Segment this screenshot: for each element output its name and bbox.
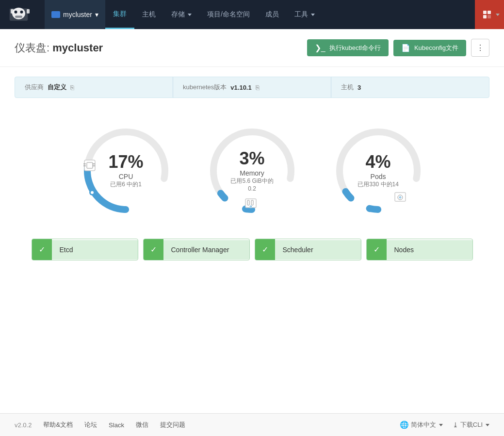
scheduler-status-label: Scheduler [275,240,361,259]
memory-gauge-icon [245,199,256,208]
cluster-info-hosts: 主机 3 [331,77,489,97]
nav-right-actions [475,0,504,29]
kubeconfig-button[interactable]: 📄 Kubeconfig文件 [393,40,466,56]
etcd-status-label: Etcd [52,240,138,259]
footer-link-slack[interactable]: Slack [109,421,124,429]
memory-metric: 3% Memory 已用5.6 GiB中的0.2 [204,122,301,219]
status-badge-controller-manager: ✓ Controller Manager [143,239,250,260]
copy-provider-button[interactable]: ⎘ [70,84,74,91]
svg-point-2 [15,11,17,14]
cluster-info-bar: 供应商 自定义 ⎘ kubernetes版本 v1.10.1 ⎘ 主机 3 [15,77,489,98]
controller-manager-status-label: Controller Manager [163,240,249,259]
copy-k8s-version-button[interactable]: ⎘ [256,84,260,91]
download-icon: ⤓ [453,421,458,429]
globe-icon: 🌐 [400,420,409,429]
page-title: 仪表盘: mycluster [15,41,307,55]
footer-link-submit-issue[interactable]: 提交问题 [160,420,185,429]
controller-manager-check-icon: ✓ [144,239,163,260]
svg-rect-8 [483,11,487,14]
nav-item-members[interactable]: 成员 [258,0,287,29]
navbar: mycluster ▾ 集群 主机 存储 项目/命名空间 成员 工具 [0,0,504,29]
pods-gauge: 4% Pods 已用330 中的14 [330,122,427,219]
svg-rect-7 [480,8,494,21]
page-header: 仪表盘: mycluster ❯_ 执行kubectl命令行 📄 Kubecon… [0,29,504,67]
more-icon: ⋮ [476,44,484,52]
svg-point-3 [20,11,23,14]
memory-gauge: 3% Memory 已用5.6 GiB中的0.2 [204,122,301,219]
cluster-selector-button[interactable]: mycluster ▾ [45,0,105,29]
svg-rect-11 [488,15,491,18]
cli-label: 下载CLI [460,420,483,429]
metrics-section: 17% CPU 已用6 中的1 [0,108,504,229]
tools-dropdown-arrow [311,14,315,16]
svg-rect-4 [15,16,22,18]
svg-point-21 [91,191,94,194]
cluster-info-provider: 供应商 自定义 ⎘ [15,77,173,97]
cli-dropdown-arrow [486,424,489,426]
nav-item-tools[interactable]: 工具 [287,0,323,29]
language-dropdown-arrow [439,424,443,426]
rancher-logo [8,5,37,24]
nav-menu: 集群 主机 存储 项目/命名空间 成员 工具 [105,0,475,29]
user-avatar-button[interactable] [475,0,504,29]
main-content: 仪表盘: mycluster ❯_ 执行kubectl命令行 📄 Kubecon… [0,29,504,413]
cluster-icon [51,11,60,18]
cpu-metric: 17% CPU 已用6 中的1 [78,122,175,219]
svg-rect-10 [483,15,487,18]
cpu-gauge-center: 17% CPU 已用6 中的1 [108,153,143,189]
svg-rect-15 [87,162,93,168]
svg-rect-5 [11,9,14,14]
nav-item-hosts[interactable]: 主机 [134,0,163,29]
status-section: ✓ Etcd ✓ Controller Manager ✓ Scheduler … [0,229,504,270]
nav-item-projects[interactable]: 项目/命名空间 [199,0,258,29]
footer-version: v2.0.2 [15,421,32,429]
svg-rect-25 [247,200,249,205]
svg-rect-9 [488,11,491,14]
pods-metric: 4% Pods 已用330 中的14 [330,122,427,219]
nav-item-storage[interactable]: 存储 [163,0,199,29]
cluster-info-k8s-version: kubernetes版本 v1.10.1 ⎘ [173,77,331,97]
etcd-check-icon: ✓ [32,239,52,260]
cluster-dropdown-arrow: ▾ [95,11,98,18]
terminal-icon: ❯_ [315,43,325,52]
cpu-gauge-icon [83,160,95,171]
status-badge-nodes: ✓ Nodes [366,239,473,260]
status-badge-etcd: ✓ Etcd [32,239,138,260]
status-badge-scheduler: ✓ Scheduler [255,239,361,260]
cpu-gauge: 17% CPU 已用6 中的1 [78,122,175,219]
storage-dropdown-arrow [188,14,192,16]
pods-gauge-center: 4% Pods 已用330 中的14 [358,153,399,189]
language-selector[interactable]: 🌐 简体中文 [400,420,443,429]
user-icon [479,7,495,22]
download-cli-button[interactable]: ⤓ 下载CLI [453,420,489,429]
brand-logo-container[interactable] [0,0,45,29]
nodes-check-icon: ✓ [367,239,387,260]
footer-link-wechat[interactable]: 微信 [136,420,148,429]
pods-gauge-icon [395,193,406,201]
more-options-button[interactable]: ⋮ [471,39,489,57]
svg-point-34 [400,197,401,198]
footer-link-forum[interactable]: 论坛 [84,420,97,429]
svg-point-28 [250,206,251,207]
footer-right: 🌐 简体中文 ⤓ 下载CLI [400,420,489,429]
nav-item-cluster[interactable]: 集群 [105,0,134,29]
svg-rect-6 [27,9,30,14]
scheduler-check-icon: ✓ [255,239,275,260]
header-actions: ❯_ 执行kubectl命令行 📄 Kubeconfig文件 ⋮ [307,39,489,57]
cluster-name-label: mycluster [63,11,92,18]
kubectl-button[interactable]: ❯_ 执行kubectl命令行 [307,39,389,56]
svg-rect-26 [251,200,253,205]
user-dropdown-arrow [496,14,500,16]
file-icon: 📄 [401,44,410,52]
footer: v2.0.2 帮助&文档 论坛 Slack 微信 提交问题 🌐 简体中文 ⤓ 下… [0,413,504,436]
language-label: 简体中文 [411,420,436,429]
memory-gauge-center: 3% Memory 已用5.6 GiB中的0.2 [228,150,276,192]
footer-link-help[interactable]: 帮助&文档 [43,420,73,429]
nodes-status-label: Nodes [387,240,472,259]
